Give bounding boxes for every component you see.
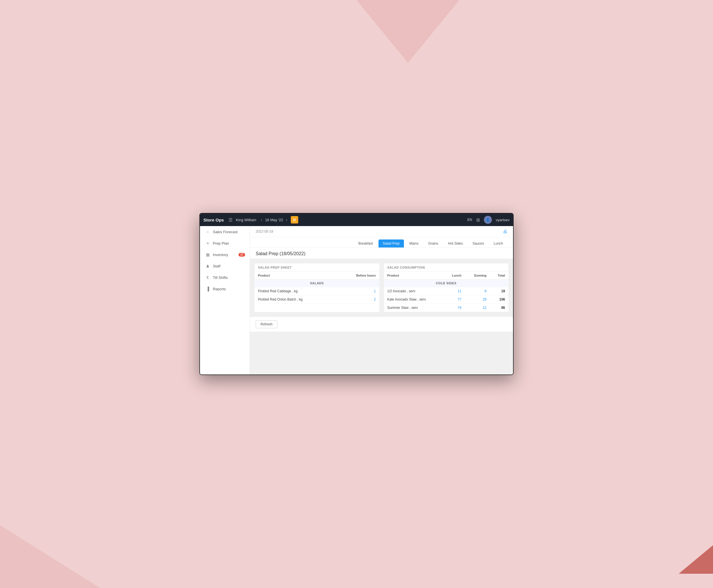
grid-icon[interactable]: ⊞ — [476, 217, 480, 223]
cons-group-header: COLD SIDES — [384, 279, 509, 287]
prep-hours-1[interactable]: 2 — [337, 295, 379, 304]
refresh-button[interactable]: Refresh — [256, 320, 278, 328]
sidebar-label-prep-plan: Prep Plan — [213, 241, 245, 246]
page-title: Salad Prep (18/05/2022) — [256, 251, 305, 256]
cons-total-1: 106 — [490, 295, 508, 304]
page-title-bar: Salad Prep (18/05/2022) — [250, 248, 513, 259]
cons-lunch-0[interactable]: 11 — [444, 287, 465, 295]
prep-hours-0[interactable]: 1 — [337, 287, 379, 295]
salad-consumption-table-card: SALAD CONSUMPTION Product Lunch Evening … — [384, 264, 509, 312]
col-before-hours-header: Before hours — [337, 272, 379, 279]
salad-consumption-table: Product Lunch Evening Total COLD SIDES 1… — [384, 272, 509, 312]
prev-date-button[interactable]: ‹ — [260, 217, 263, 223]
main-content: 2022-05-18 🖨 BreakfastSalad PrepMainsGra… — [250, 226, 513, 375]
username: vyartsev — [496, 218, 510, 222]
cons-product-1: Kale Avocado Slaw , serv — [384, 295, 444, 304]
bg-triangle-bottom-left — [0, 525, 100, 588]
date-navigation: ‹ 18 May '22 › — [260, 217, 288, 223]
sidebar-icon-till-shifts: € — [205, 275, 210, 280]
cons-total-0: 19 — [490, 287, 508, 295]
sidebar: ○ Sales Forecast ≡ Prep Plan ▦ Inventory… — [200, 226, 250, 375]
table-row: Summer Slaw , serv 74 12 86 — [384, 304, 509, 312]
cons-lunch-2[interactable]: 74 — [444, 304, 465, 312]
app-logo: Store Ops — [203, 217, 224, 222]
table-row: 1/2 Avocado , serv 11 8 19 — [384, 287, 509, 295]
content-date: 2022-05-18 — [256, 230, 273, 233]
sidebar-icon-sales-forecast: ○ — [205, 230, 210, 234]
d-badge-button[interactable]: D — [291, 216, 298, 224]
cons-lunch-1[interactable]: 77 — [444, 295, 465, 304]
tab-mains[interactable]: Mains — [405, 239, 423, 248]
sidebar-icon-staff: ♟ — [205, 264, 210, 268]
table-row: Kale Avocado Slaw , serv 77 29 106 — [384, 295, 509, 304]
cons-evening-2[interactable]: 12 — [465, 304, 490, 312]
tab-sauces[interactable]: Sauces — [468, 239, 488, 248]
sidebar-item-till-shifts[interactable]: € Till Shifts — [200, 272, 250, 283]
col-cons-product-header: Product — [384, 272, 444, 279]
col-total-header: Total — [490, 272, 508, 279]
sidebar-icon-inventory: ▦ — [205, 252, 210, 257]
tab-breakfast[interactable]: Breakfast — [354, 239, 378, 248]
cons-evening-1[interactable]: 29 — [465, 295, 490, 304]
bg-triangle-bottom-right — [679, 545, 713, 574]
sidebar-item-inventory[interactable]: ▦ Inventory 17 — [200, 249, 250, 260]
tab-grains[interactable]: Grains — [424, 239, 443, 248]
sidebar-label-sales-forecast: Sales Forecast — [213, 230, 245, 234]
content-header: 2022-05-18 🖨 — [250, 226, 513, 237]
app-window: Store Ops ☰ King William ‹ 18 May '22 › … — [199, 213, 514, 375]
cons-product-0: 1/2 Avocado , serv — [384, 287, 444, 295]
hamburger-icon[interactable]: ☰ — [228, 217, 232, 223]
salad-group-header: SALADS — [254, 279, 379, 287]
salad-prep-table: Product Before hours SALADS Pickled Red … — [254, 272, 379, 304]
language-selector[interactable]: EN — [467, 218, 472, 222]
table-row: Pickled Red Onion Batch , kg 2 — [254, 295, 379, 304]
sidebar-label-reports: Reports — [213, 287, 245, 291]
sidebar-item-prep-plan[interactable]: ≡ Prep Plan — [200, 237, 250, 249]
sidebar-label-till-shifts: Till Shifts — [213, 275, 245, 280]
tab-hot-sides[interactable]: Hot Sides — [444, 239, 467, 248]
store-name: King William — [236, 218, 257, 222]
sidebar-label-staff: Staff — [213, 264, 245, 268]
avatar: 👤 — [484, 216, 492, 224]
col-lunch-header: Lunch — [444, 272, 465, 279]
content-area: SALAD PREP SHEET Product Before hours SA… — [250, 259, 513, 317]
tabs-bar: BreakfastSalad PrepMainsGrainsHot SidesS… — [250, 237, 513, 248]
salad-prep-table-card: SALAD PREP SHEET Product Before hours SA… — [254, 264, 379, 312]
tab-lunch[interactable]: Lunch — [489, 239, 507, 248]
cons-product-2: Summer Slaw , serv — [384, 304, 444, 312]
current-date: 18 May '22 — [265, 218, 283, 222]
topbar: Store Ops ☰ King William ‹ 18 May '22 › … — [200, 213, 513, 226]
col-evening-header: Evening — [465, 272, 490, 279]
sidebar-item-sales-forecast[interactable]: ○ Sales Forecast — [200, 226, 250, 237]
next-date-button[interactable]: › — [285, 217, 288, 223]
prep-product-0: Pickled Red Cabbage , kg — [254, 287, 337, 295]
table-row: Pickled Red Cabbage , kg 1 — [254, 287, 379, 295]
refresh-bar: Refresh — [250, 317, 513, 332]
sidebar-item-reports[interactable]: ▐ Reports — [200, 283, 250, 295]
salad-prep-section-header: SALAD PREP SHEET — [254, 264, 379, 272]
sidebar-icon-reports: ▐ — [205, 287, 210, 291]
sidebar-item-staff[interactable]: ♟ Staff — [200, 260, 250, 272]
cons-total-2: 86 — [490, 304, 508, 312]
col-product-header: Product — [254, 272, 337, 279]
app-body: ○ Sales Forecast ≡ Prep Plan ▦ Inventory… — [200, 226, 513, 375]
cons-evening-0[interactable]: 8 — [465, 287, 490, 295]
sidebar-label-inventory: Inventory — [213, 253, 236, 257]
bg-triangle-top — [356, 0, 459, 63]
topbar-right: EN ⊞ 👤 vyartsev — [467, 216, 510, 224]
prep-product-1: Pickled Red Onion Batch , kg — [254, 295, 337, 304]
tab-salad-prep[interactable]: Salad Prep — [379, 239, 404, 248]
print-icon[interactable]: 🖨 — [503, 229, 507, 234]
sidebar-icon-prep-plan: ≡ — [205, 241, 210, 246]
salad-consumption-section-header: SALAD CONSUMPTION — [384, 264, 509, 272]
sidebar-badge-inventory: 17 — [239, 253, 245, 257]
